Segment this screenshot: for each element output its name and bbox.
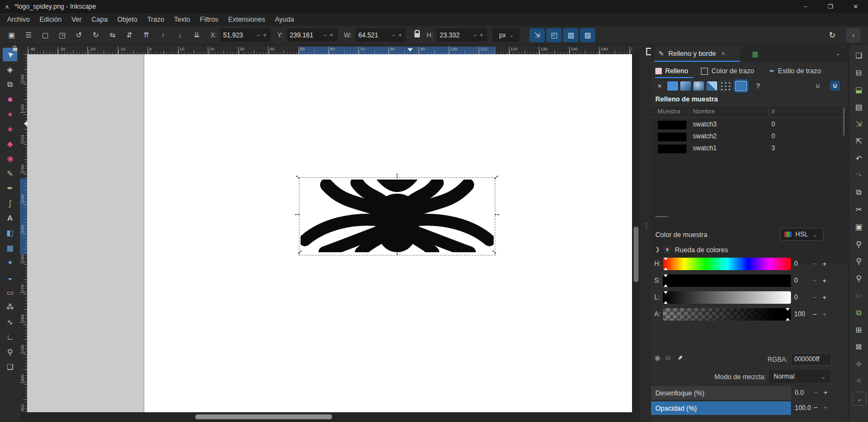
color-picker-icon[interactable]: ✒	[675, 353, 685, 362]
color-mode-select[interactable]: HSL ⌄	[780, 228, 824, 241]
column-header-count[interactable]: #	[771, 108, 775, 114]
guides-lock-icon[interactable]	[13, 48, 17, 51]
duplicate-button[interactable]: ⧉	[852, 306, 865, 319]
y-field[interactable]: 239.161 − +	[287, 28, 337, 42]
box-3d-tool[interactable]: ◆	[3, 137, 17, 150]
paint-mesh-gradient-button[interactable]	[706, 81, 717, 91]
unlink-clone-button[interactable]: ⊠	[852, 340, 865, 353]
close-button[interactable]: ✕	[843, 0, 868, 13]
scale-gradients-toggle[interactable]: ▧	[563, 28, 578, 42]
bezier-pen-tool[interactable]: ✒	[3, 182, 17, 195]
paint-bucket-tool[interactable]: ◒	[3, 271, 17, 284]
opacity-increment[interactable]: +	[824, 404, 828, 412]
h-value[interactable]: 23.332	[439, 31, 471, 39]
copy-button[interactable]: ⧉	[852, 186, 865, 199]
raise-to-top-button[interactable]: ⇈	[139, 28, 154, 42]
menu-objeto[interactable]: Objeto	[112, 14, 142, 25]
opacity-value[interactable]: 100.0	[795, 404, 811, 412]
cut-button[interactable]: ✂	[852, 203, 865, 216]
scale-corners-toggle[interactable]: ◰	[546, 28, 561, 42]
blur-increment[interactable]: +	[824, 388, 828, 397]
print-button[interactable]: ▤	[852, 100, 865, 113]
w-decrement[interactable]: −	[390, 31, 397, 39]
blend-mode-select[interactable]: Normal ⌄	[769, 370, 830, 383]
color-managed-icon[interactable]: ◉	[654, 354, 660, 362]
paste-button[interactable]: ▣	[852, 220, 865, 233]
scale-handle-top[interactable]: ↕	[393, 171, 401, 179]
import-button[interactable]: ⇲	[852, 117, 865, 130]
menu-archivo[interactable]: Archivo	[2, 14, 35, 25]
flip-horizontal-button[interactable]: ⇆	[105, 28, 120, 42]
column-header-muestra[interactable]: Muestra	[658, 108, 680, 114]
swatch-row[interactable]: swatch13	[651, 142, 847, 154]
close-tab-icon[interactable]: ×	[722, 50, 725, 57]
paint-unknown-button[interactable]: ?	[756, 82, 760, 90]
vertical-ruler[interactable]: 200210220230240250260270280290300310	[20, 54, 27, 412]
fill-rule-evenodd-button[interactable]: ∪	[813, 81, 822, 91]
slider-value[interactable]: 100	[794, 310, 805, 318]
slider-track-alpha[interactable]	[663, 308, 791, 321]
slider-increment[interactable]: +	[822, 310, 827, 318]
blur-slider[interactable]: Desenfoque (%)	[651, 386, 791, 400]
pencil-tool[interactable]: ✎	[3, 167, 17, 180]
star-tool[interactable]: ★	[3, 122, 17, 136]
vertical-scrollbar[interactable]	[632, 54, 640, 412]
h-field[interactable]: 23.332 − +	[437, 28, 487, 42]
tab-objects-icon[interactable]: ▦	[752, 50, 758, 58]
save-document-button[interactable]: ⬓	[852, 83, 865, 96]
redo-button[interactable]: ↷	[852, 169, 865, 182]
slider-marker[interactable]	[663, 291, 668, 304]
new-document-button[interactable]: ❏	[852, 49, 865, 62]
subtab-fill[interactable]: Relleno	[655, 65, 688, 78]
y-value[interactable]: 239.161	[290, 31, 322, 39]
zoom-tool[interactable]: ⚲	[3, 345, 17, 359]
rectangle-tool[interactable]: ■	[3, 92, 17, 106]
select-all-layers-button[interactable]: ☰	[21, 28, 36, 42]
eraser-tool[interactable]: ▭	[3, 285, 17, 299]
slider-track-hue[interactable]	[663, 258, 791, 270]
spray-tool[interactable]: ⁂	[3, 300, 17, 314]
w-value[interactable]: 64.521	[358, 31, 390, 39]
mesh-gradient-tool[interactable]: ▦	[3, 241, 17, 254]
rotate-90-ccw-button[interactable]: ↺	[72, 28, 86, 42]
selection-cue-button[interactable]: ◳	[55, 28, 69, 42]
node-editor-tool[interactable]: ◈	[3, 62, 17, 76]
expander-chevron-icon[interactable]: ❯	[655, 246, 660, 252]
column-header-nombre[interactable]: Nombre	[693, 108, 715, 114]
horizontal-ruler[interactable]: -40-30-20-100102030405060708090100110120…	[27, 47, 632, 54]
refresh-icon[interactable]: ↻	[826, 30, 839, 40]
zoom-to-drawing-button[interactable]: ⚲	[852, 254, 865, 267]
paint-radial-gradient-button[interactable]	[693, 81, 704, 91]
slider-marker[interactable]	[663, 258, 668, 270]
slider-increment[interactable]: +	[822, 260, 827, 268]
text-tool[interactable]: A	[3, 211, 17, 225]
slider-value[interactable]: 0	[794, 277, 798, 284]
tab-fill-and-stroke[interactable]: ✎ Relleno y borde ×	[654, 47, 740, 61]
lower-to-bottom-button[interactable]: ⇊	[189, 28, 204, 42]
lower-button[interactable]: ↓	[173, 28, 187, 42]
y-decrement[interactable]: −	[322, 31, 328, 39]
scale-patterns-toggle[interactable]: ▨	[580, 28, 595, 42]
h-decrement[interactable]: −	[471, 31, 478, 39]
y-increment[interactable]: +	[328, 31, 335, 39]
paint-linear-gradient-button[interactable]	[680, 81, 691, 91]
create-clone-button[interactable]: ⊞	[852, 323, 865, 336]
slider-increment[interactable]: +	[822, 293, 827, 302]
paint-none-button[interactable]: ×	[658, 82, 662, 90]
paint-swatch-button-selected[interactable]	[735, 81, 747, 91]
cleanup-defs-button[interactable]: ✳	[852, 374, 865, 387]
minimize-button[interactable]: −	[793, 0, 818, 13]
restore-button[interactable]: ❐	[818, 0, 843, 13]
x-field[interactable]: 51.923 − +	[220, 28, 271, 42]
group-button[interactable]: ❖	[852, 357, 865, 370]
opacity-slider[interactable]: Opacidad (%)	[651, 401, 791, 415]
slider-value[interactable]: 0	[794, 293, 798, 301]
vertical-scrollbar-thumb[interactable]	[634, 227, 639, 282]
open-document-button[interactable]: ⊟	[852, 66, 865, 79]
slider-marker[interactable]	[663, 274, 668, 287]
scale-stroke-toggle[interactable]: ⇲	[529, 28, 545, 42]
connector-tool[interactable]: ∟	[3, 330, 17, 344]
undo-button[interactable]: ↶	[852, 152, 865, 165]
export-button[interactable]: ⇱	[852, 135, 865, 148]
scale-handle-left[interactable]: ↔	[293, 209, 301, 217]
